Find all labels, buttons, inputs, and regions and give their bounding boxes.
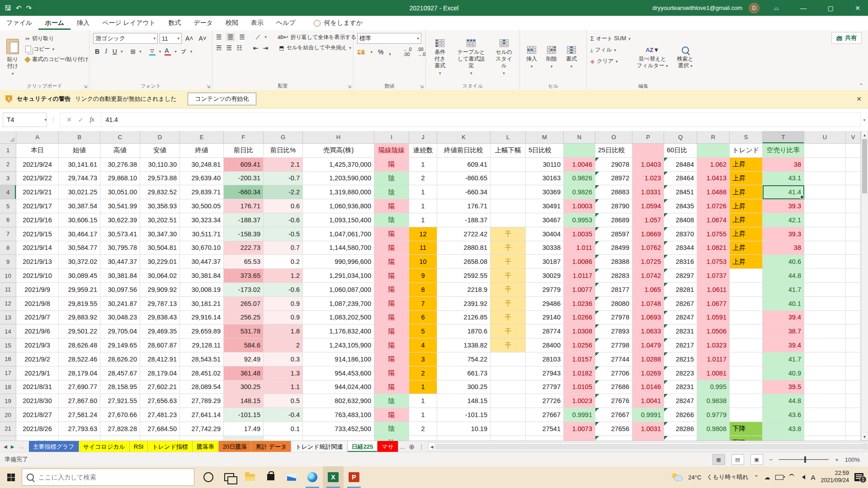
cell-R19[interactable]: 0.9838: [697, 394, 730, 408]
cell-I13[interactable]: 陽: [374, 311, 409, 325]
cell-L9[interactable]: 千: [491, 255, 526, 269]
weather-icon[interactable]: [672, 473, 683, 481]
cell-S19[interactable]: [730, 394, 763, 408]
find-select-button[interactable]: 検索と選択 ▾: [675, 33, 696, 83]
cut-button[interactable]: ✂切り取り: [25, 35, 89, 42]
cell-T7[interactable]: 39.3: [763, 227, 804, 241]
cell-T8[interactable]: 38: [763, 241, 804, 255]
cell-P9[interactable]: 1.0725: [632, 255, 664, 269]
name-box-splitter[interactable]: ⋮: [51, 117, 56, 123]
search-input[interactable]: [38, 473, 170, 481]
alignment-dialog-launcher-icon[interactable]: ⇲: [348, 84, 351, 89]
cell-G16[interactable]: 0.3: [264, 352, 303, 366]
cell-C3[interactable]: 29,868.10: [100, 172, 140, 186]
cell-N12[interactable]: 1.0236: [564, 297, 595, 311]
cell-D6[interactable]: 30,202.51: [140, 213, 180, 227]
cell-A8[interactable]: 2021/9/14: [16, 241, 59, 255]
cell-V1[interactable]: [846, 144, 861, 158]
cell-V4[interactable]: [846, 185, 861, 199]
cell-I22[interactable]: 陰: [374, 436, 409, 441]
cell-V15[interactable]: [846, 338, 861, 352]
cell-F17[interactable]: 361.48: [224, 366, 264, 380]
cell-J3[interactable]: 2: [409, 172, 437, 186]
cell-H2[interactable]: 1,425,370,000: [303, 158, 374, 172]
cell-F12[interactable]: 265.07: [224, 297, 264, 311]
cell-S7[interactable]: 上昇: [730, 227, 763, 241]
cell-D4[interactable]: 29,832.52: [140, 185, 180, 199]
cell-T12[interactable]: 40.1: [763, 297, 804, 311]
cell-S15[interactable]: [730, 338, 763, 352]
cell-E8[interactable]: 30,670.10: [180, 241, 224, 255]
cell-K6[interactable]: -188.37: [437, 213, 491, 227]
cell-F5[interactable]: 176.71: [224, 199, 264, 213]
fill-button[interactable]: ⤓フィル ▾: [590, 46, 631, 54]
cell-F20[interactable]: -101.15: [224, 408, 264, 422]
cell-M17[interactable]: 27943: [526, 366, 564, 380]
cell-J13[interactable]: 6: [409, 311, 437, 325]
number-dialog-launcher-icon[interactable]: ⇲: [420, 84, 424, 89]
cell-M9[interactable]: 30187: [526, 255, 564, 269]
cell-H22[interactable]: 807,839,600: [303, 436, 374, 441]
number-format-select[interactable]: 標準▾: [357, 33, 421, 44]
cell-M22[interactable]: 27449: [526, 436, 564, 441]
cell-N5[interactable]: 1.0003: [564, 199, 595, 213]
cell-P15[interactable]: 1.0479: [632, 338, 664, 352]
column-header-K[interactable]: K: [437, 131, 491, 144]
row-header-21[interactable]: 21: [0, 422, 16, 436]
select-all-corner[interactable]: [0, 131, 16, 144]
ribbon-tab-挿入[interactable]: 挿入: [71, 16, 96, 30]
cell-J4[interactable]: 1: [409, 185, 437, 199]
cell-H17[interactable]: 954,453,600: [303, 366, 374, 380]
align-bottom-icon[interactable]: ☰: [239, 33, 245, 41]
cell-M16[interactable]: 28103: [526, 352, 564, 366]
minimize-button[interactable]: —: [793, 0, 814, 16]
cell-T18[interactable]: 39.5: [763, 380, 804, 394]
cell-E17[interactable]: 28,451.02: [180, 366, 224, 380]
cell-A3[interactable]: 2021/9/22: [16, 172, 59, 186]
cell-S3[interactable]: 上昇: [730, 172, 763, 186]
cell-O6[interactable]: 28689: [595, 213, 632, 227]
speaker-icon[interactable]: [800, 475, 805, 479]
excel-taskbar-icon[interactable]: X: [323, 466, 344, 488]
cell-T11[interactable]: 41.7: [763, 283, 804, 297]
sheet-tab-menu-icon[interactable]: ⋮: [417, 441, 426, 452]
cell-R4[interactable]: 1.0488: [697, 185, 730, 199]
cell-M21[interactable]: 27541: [526, 422, 564, 436]
undo-icon[interactable]: ↶: [16, 4, 22, 12]
cell-I16[interactable]: 陽: [374, 352, 409, 366]
cell-K10[interactable]: 2592.55: [437, 269, 491, 283]
align-left-icon[interactable]: ☴: [216, 44, 222, 52]
collapse-ribbon-icon[interactable]: ⌃: [859, 83, 863, 89]
cell-P8[interactable]: 1.0762: [632, 241, 664, 255]
comma-icon[interactable]: ,: [389, 48, 391, 56]
cell-D13[interactable]: 29,838.43: [140, 311, 180, 325]
close-button[interactable]: ✕: [847, 0, 868, 16]
row-header-12[interactable]: 12: [0, 297, 16, 311]
cell-K21[interactable]: 10.19: [437, 422, 491, 436]
cell-T6[interactable]: 42.1: [763, 213, 804, 227]
cell-H15[interactable]: 1,243,105,900: [303, 338, 374, 352]
cell-F7[interactable]: -158.39: [224, 227, 264, 241]
cell-E16[interactable]: 28,543.51: [180, 352, 224, 366]
ribbon-tab-数式[interactable]: 数式: [162, 16, 187, 30]
cell-D15[interactable]: 28,607.87: [140, 338, 180, 352]
cell-K15[interactable]: 1338.82: [437, 338, 491, 352]
cell-P20[interactable]: 0.9991: [632, 408, 664, 422]
cell-U12[interactable]: [804, 297, 846, 311]
borders-icon[interactable]: ⊞: [128, 48, 137, 55]
cell-B6[interactable]: 30,606.15: [59, 213, 100, 227]
cell-I11[interactable]: 陽: [374, 283, 409, 297]
cell-E19[interactable]: 27,789.29: [180, 394, 224, 408]
cell-F2[interactable]: 609.41: [224, 158, 264, 172]
cell-A6[interactable]: 2021/9/16: [16, 213, 59, 227]
column-header-E[interactable]: E: [180, 131, 224, 144]
cell-C8[interactable]: 30,795.78: [100, 241, 140, 255]
cell-V21[interactable]: [846, 422, 861, 436]
cell-N11[interactable]: 1.0077: [564, 283, 595, 297]
cell-P14[interactable]: 1.0633: [632, 324, 664, 338]
cell-O11[interactable]: 28177: [595, 283, 632, 297]
microsoft-store-icon[interactable]: [260, 466, 281, 488]
notification-center-icon[interactable]: 1: [854, 473, 863, 481]
cell-E20[interactable]: 27,641.14: [180, 408, 224, 422]
cell-C22[interactable]: 27,836.88: [100, 436, 140, 441]
